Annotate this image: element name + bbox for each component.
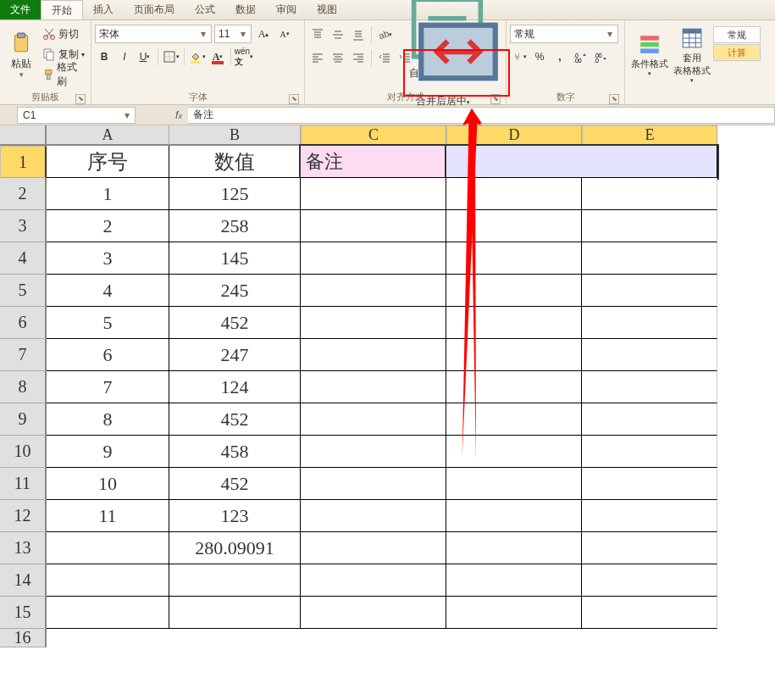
cell[interactable] [301,564,446,597]
cell[interactable]: 7 [47,371,169,403]
cell[interactable]: 280.09091 [169,532,301,564]
cell[interactable]: 145 [169,242,301,275]
cell[interactable] [301,307,446,339]
tab-data[interactable]: 数据 [225,0,266,19]
cell[interactable]: 458 [169,436,301,468]
row-header[interactable]: 10 [0,436,47,468]
increase-decimal-button[interactable]: .0.00 [571,47,590,66]
align-center-button[interactable] [329,49,347,68]
cell[interactable] [301,436,446,468]
row-header[interactable]: 11 [0,468,47,500]
cell[interactable]: 10 [47,468,169,500]
row-header[interactable]: 5 [0,275,47,307]
row-header[interactable]: 12 [0,500,47,532]
cell[interactable]: 11 [47,500,169,532]
cell[interactable] [582,468,717,500]
number-dialog-launcher[interactable]: ⬊ [609,94,619,104]
cell[interactable] [582,403,717,436]
tab-formulas[interactable]: 公式 [185,0,225,19]
italic-button[interactable]: I [115,47,134,66]
align-bottom-button[interactable] [349,25,368,44]
percent-button[interactable]: % [530,47,549,66]
fill-color-button[interactable]: ▾ [188,47,207,66]
decrease-indent-button[interactable] [375,49,394,68]
underline-button[interactable]: U▾ [136,47,154,66]
cell[interactable]: 6 [47,339,169,371]
cell[interactable] [582,339,717,371]
cell[interactable] [582,275,717,307]
paste-button[interactable]: 粘贴 ▼ [3,21,40,89]
cell[interactable] [446,436,582,468]
font-size-select[interactable]: 11▾ [214,25,252,43]
cell[interactable] [169,597,301,629]
borders-button[interactable]: ▾ [162,47,180,66]
row-header[interactable]: 2 [0,178,47,210]
cell[interactable] [582,436,717,468]
cell[interactable] [582,371,717,403]
number-format-select[interactable]: 常规▾ [510,25,618,43]
cell[interactable]: 258 [169,210,301,242]
cell[interactable] [582,500,717,532]
cell[interactable] [301,371,446,403]
conditional-format-button[interactable]: 条件格式▾ [628,21,671,89]
tab-home[interactable]: 开始 [41,0,83,19]
tab-file[interactable]: 文件 [0,0,41,19]
clipboard-dialog-launcher[interactable]: ⬊ [75,94,86,104]
cell[interactable]: 452 [169,468,301,500]
col-header-d[interactable]: D [446,125,582,146]
select-all-corner[interactable] [0,125,47,146]
font-dialog-launcher[interactable]: ⬊ [289,94,299,104]
cell[interactable] [301,178,446,210]
cell[interactable] [301,242,446,275]
bold-button[interactable]: B [95,47,113,66]
cell[interactable] [582,532,717,564]
cell[interactable] [301,403,446,436]
format-painter-button[interactable]: 格式刷 [40,65,87,84]
row-header[interactable]: 13 [0,532,47,564]
cell[interactable] [47,597,169,629]
cell[interactable] [47,564,169,597]
cell[interactable] [301,468,446,500]
name-box[interactable]: C1▾ [17,107,136,124]
font-color-button[interactable]: A▾ [208,47,227,66]
cells-area[interactable]: 序号数值备注1125225831454245545262477124845294… [47,146,717,629]
cell[interactable]: 数值 [169,146,301,178]
row-header[interactable]: 1 [0,146,47,178]
decrease-font-button[interactable]: A▾ [275,25,294,43]
cell[interactable] [446,532,582,564]
cell[interactable] [446,275,582,307]
merged-cell-c1[interactable]: 备注 [301,146,446,178]
tab-insert[interactable]: 插入 [83,0,124,19]
cell[interactable]: 124 [169,371,301,403]
increase-indent-button[interactable] [396,49,414,68]
phonetic-button[interactable]: wén文▾ [235,47,253,66]
cell[interactable] [446,307,582,339]
cell[interactable]: 5 [47,307,169,339]
row-header[interactable]: 16 [0,629,47,647]
cell[interactable] [582,597,717,629]
col-header-a[interactable]: A [47,125,169,146]
merged-cell-de1[interactable] [446,146,717,178]
cell-style-calc[interactable]: 计算 [713,44,761,61]
cell[interactable] [301,532,446,564]
decrease-decimal-button[interactable]: .00.0 [591,47,610,66]
cell[interactable] [582,242,717,275]
align-left-button[interactable] [308,49,327,68]
cell[interactable] [301,210,446,242]
tab-page-layout[interactable]: 页面布局 [124,0,185,19]
row-header[interactable]: 7 [0,339,47,371]
tab-view[interactable]: 视图 [307,0,347,19]
cell[interactable] [582,564,717,597]
cell[interactable]: 245 [169,275,301,307]
cell[interactable] [446,210,582,242]
cell[interactable] [47,532,169,564]
cell[interactable]: 1 [47,178,169,210]
row-header[interactable]: 15 [0,597,47,629]
currency-button[interactable]: ￥▾ [510,47,529,66]
cell[interactable] [446,564,582,597]
align-dialog-launcher[interactable]: ⬊ [490,94,501,104]
cut-button[interactable]: 剪切 [40,25,87,43]
col-header-c[interactable]: C [301,125,446,146]
comma-button[interactable]: , [551,47,569,66]
col-header-e[interactable]: E [582,125,717,146]
